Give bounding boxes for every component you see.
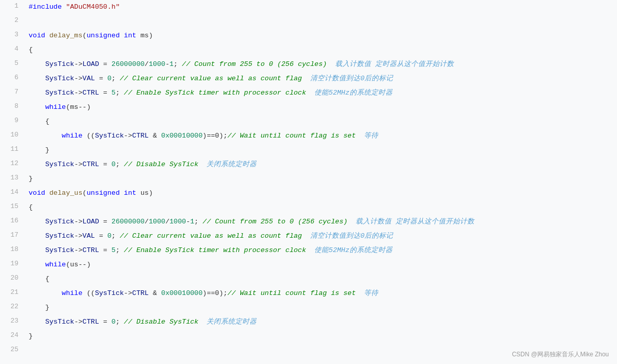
cn-cmt-token: 使能52MHz的系统定时器: [314, 246, 393, 254]
line-number: 18: [0, 243, 25, 255]
plain-token: (ms--): [66, 103, 91, 111]
code-line-content: while(us--): [25, 258, 617, 272]
line-number: 2: [0, 14, 25, 26]
code-line-content: SysTick->VAL = 0; // Clear current value…: [25, 229, 617, 243]
code-line-content: {: [25, 115, 617, 129]
plain-token: [29, 161, 45, 168]
plain-token: [29, 132, 62, 140]
line-number: 10: [0, 129, 25, 141]
code-line-content: #include "ADuCM4050.h": [25, 0, 617, 14]
table-row: 5 SysTick->LOAD = 26000000/1000-1; // Co…: [0, 57, 617, 72]
kw-token: int: [124, 189, 136, 197]
var-token: SysTick: [45, 318, 74, 326]
line-number: 14: [0, 186, 25, 198]
prop-token: CTRL: [82, 161, 99, 168]
cn-cmt-token: 等待: [364, 132, 378, 140]
plain-token: [198, 318, 207, 326]
plain-token: [306, 246, 314, 254]
table-row: 18 SysTick->CTRL = 5; // Enable SysTick …: [0, 243, 617, 258]
cmt-token: // Count from 255 to 0 (256 cycles): [182, 60, 327, 68]
fn-token: delay_ms: [50, 32, 83, 39]
kw-token: unsigned: [86, 32, 120, 39]
plain-token: [29, 289, 62, 297]
num-token: 26000000: [111, 60, 145, 68]
plain-token: [356, 132, 364, 140]
plain-token: [306, 89, 314, 97]
prop-token: CTRL: [132, 132, 149, 140]
var-token: SysTick: [45, 218, 74, 225]
line-number: 12: [0, 157, 25, 169]
table-row: 22 }: [0, 301, 617, 315]
table-row: 1#include "ADuCM4050.h": [0, 0, 617, 14]
plain-token: }: [29, 146, 50, 154]
kw-token: while: [62, 132, 83, 140]
plain-token: ;: [194, 218, 202, 225]
plain-token: ->: [74, 161, 82, 168]
prop-token: CTRL: [82, 246, 99, 254]
plain-token: ;: [116, 161, 124, 168]
code-line-content: SysTick->LOAD = 26000000/1000-1; // Coun…: [25, 57, 617, 72]
plain-token: }: [29, 175, 33, 183]
table-row: 21 while ((SysTick->CTRL & 0x00010000)==…: [0, 286, 617, 301]
plain-token: ;: [116, 246, 124, 254]
plain-token: }: [29, 332, 33, 340]
var-token: SysTick: [95, 289, 124, 297]
table-row: 15{: [0, 200, 617, 215]
line-number: 5: [0, 57, 25, 69]
line-number: 24: [0, 329, 25, 341]
code-line-content: void delay_us(unsigned int us): [25, 186, 617, 200]
hex-token: 0x00010000: [161, 289, 202, 297]
plain-token: [45, 189, 49, 197]
plain-token: ;: [111, 75, 120, 82]
num-token: 0: [111, 318, 116, 326]
plain-token: [29, 232, 45, 240]
table-row: 23 SysTick->CTRL = 0; // Disable SysTick…: [0, 315, 617, 329]
footer-text: CSDN @网易独家音乐人Mike Zhou: [512, 350, 609, 359]
num-token: 5: [111, 89, 116, 97]
prop-token: CTRL: [82, 89, 99, 97]
plain-token: [356, 289, 364, 297]
plain-token: {: [29, 203, 33, 211]
code-line-content: while(ms--): [25, 100, 617, 115]
plain-token: ->: [124, 132, 132, 140]
prop-token: LOAD: [82, 60, 99, 68]
cn-cmt-token: 载入计数值 定时器从这个值开始计数: [335, 60, 454, 68]
plain-token: &: [149, 289, 161, 297]
plain-token: [29, 89, 45, 97]
plain-token: {: [29, 46, 33, 54]
plain-token: ((: [82, 132, 95, 140]
plain-token: [198, 161, 207, 168]
kw-token: int: [124, 32, 136, 39]
cmt-token: // Wait until count flag is set: [227, 289, 356, 297]
kw-token: while: [62, 289, 83, 297]
table-row: 10 while ((SysTick->CTRL & 0x00010000)==…: [0, 129, 617, 143]
line-number: 11: [0, 143, 25, 155]
plain-token: ->: [74, 89, 82, 97]
cmt-token: // Clear current value as well as count …: [120, 232, 302, 240]
table-row: 13}: [0, 172, 617, 186]
plain-token: -: [186, 218, 190, 225]
cmt-token: // Disable SysTick: [124, 318, 198, 326]
table-row: 8 while(ms--): [0, 100, 617, 115]
plain-token: =: [99, 161, 111, 168]
table-row: 3void delay_ms(unsigned int ms): [0, 29, 617, 43]
code-line-content: {: [25, 43, 617, 57]
plain-token: [45, 32, 49, 39]
plain-token: =: [99, 60, 111, 68]
line-number: 4: [0, 43, 25, 55]
plain-token: us): [136, 189, 153, 197]
line-number: 7: [0, 86, 25, 98]
cn-cmt-token: 关闭系统定时器: [207, 318, 257, 326]
plain-token: ;: [116, 318, 124, 326]
code-line-content: }: [25, 329, 617, 344]
kw-token: while: [45, 261, 66, 268]
plain-token: [29, 60, 45, 68]
code-line-content: void delay_ms(unsigned int ms): [25, 29, 617, 43]
code-line-content: }: [25, 172, 617, 186]
cn-cmt-token: 载入计数值 定时器从这个值开始计数: [356, 218, 474, 225]
cn-cmt-token: 关闭系统定时器: [207, 161, 257, 168]
plain-token: ;: [174, 60, 182, 68]
plain-token: &: [149, 132, 161, 140]
num-token: 1000: [149, 60, 165, 68]
prop-token: VAL: [82, 232, 95, 240]
